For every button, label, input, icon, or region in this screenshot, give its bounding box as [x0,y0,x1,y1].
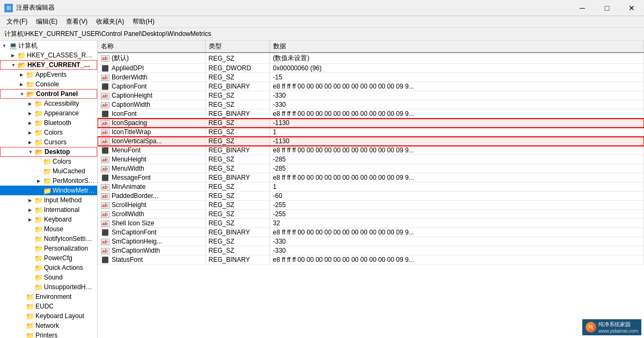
expand-arrow[interactable]: ▶ [17,80,26,89]
table-row[interactable]: ⬛CaptionFontREG_BINARYe8 ff ff ff 00 00 … [98,82,644,91]
tree-node-network[interactable]: ▶📁Network [0,321,97,330]
tree-node-notifyicon[interactable]: ▶📁NotifyIconSettings [0,234,97,244]
tree-node-personalization[interactable]: ▶📁Personalization [0,244,97,253]
table-row[interactable]: abIconSpacingREG_SZ-1130 [98,119,644,128]
expand-arrow[interactable]: ▶ [26,205,34,214]
table-row[interactable]: abCaptionWidthREG_SZ-330 [98,100,644,109]
tree-node-permonitor[interactable]: ▶📁PerMonitorSettings [0,176,97,186]
tree-node-desktop[interactable]: ▼📂Desktop [0,147,97,157]
type-icon: ab [101,248,109,254]
menu-item[interactable]: 收藏夹(A) [92,16,128,27]
tree-node-appearance[interactable]: ▶📁Appearance [0,108,97,118]
expand-arrow[interactable]: ▶ [26,215,34,224]
tree-label: AppEvents [35,71,67,78]
expand-arrow[interactable]: ▶ [26,119,34,127]
tree-node-mouse[interactable]: ▶📁Mouse [0,224,97,234]
reg-name: abMenuHeight [98,155,205,164]
reg-name-text: BorderWidth [112,74,148,81]
right-panel[interactable]: 名称 类型 数据 ab(默认)REG_SZ(数值未设置)⬛AppliedDPIR… [98,41,644,338]
reg-type: REG_SZ [205,164,269,173]
folder-icon: 📁 [26,293,34,301]
close-button[interactable]: ✕ [619,0,644,16]
maximize-button[interactable]: □ [595,0,619,16]
table-row[interactable]: ⬛MessageFontREG_BINARYe8 ff ff ff 00 00 … [98,173,644,182]
table-row[interactable]: abIconTitleWrapREG_SZ1 [98,128,644,137]
reg-data: -285 [269,155,644,164]
table-row[interactable]: abMenuHeightREG_SZ-285 [98,155,644,164]
expand-arrow[interactable]: ▶ [26,196,34,204]
expand-arrow[interactable]: ▶ [9,51,17,60]
tree-node-computer[interactable]: ▼💻计算机 [0,41,97,50]
reg-name-text: ScrollWidth [112,210,144,218]
tree-node-colors[interactable]: ▶📁Colors [0,128,97,137]
tree-node-hkcu[interactable]: ▼📂HKEY_CURRENT_USER [0,60,97,70]
tree-node-inputmethod[interactable]: ▶📁Input Method [0,195,97,205]
tree-panel[interactable]: ▼💻计算机▶📁HKEY_CLASSES_ROOT▼📂HKEY_CURRENT_U… [0,41,98,338]
tree-label: NotifyIconSettings [44,235,95,243]
expand-arrow[interactable]: ▼ [0,41,9,50]
tree-node-console[interactable]: ▶📁Console [0,79,97,89]
type-icon: ab [101,211,109,218]
menu-item[interactable]: 帮助(H) [128,16,159,27]
tree-node-powercfg[interactable]: ▶📁PowerCfg [0,253,97,263]
tree-node-unsupported[interactable]: ▶📁UnsupportedHardware [0,282,97,292]
watermark-text: 纯净系统家园 www.yidaimei.com [598,321,638,334]
tree-node-kblayout[interactable]: ▶📁Keyboard Layout [0,311,97,321]
menu-item[interactable]: 文件(F) [2,16,32,27]
table-row[interactable]: ⬛SmCaptionFontREG_BINARYe8 ff ff ff 00 0… [98,228,644,237]
tree-node-muicached[interactable]: ▶📁MuiCached [0,166,97,176]
expand-arrow[interactable]: ▶ [34,177,43,185]
address-bar: 计算机\HKEY_CURRENT_USER\Control Panel\Desk… [0,28,644,41]
table-row[interactable]: abScrollHeightREG_SZ-255 [98,201,644,210]
expand-arrow[interactable]: ▼ [18,90,26,98]
table-row[interactable]: abShell Icon SizeREG_SZ32 [98,219,644,228]
menu-item[interactable]: 查看(V) [62,16,92,27]
tree-label: WindowMetrics [53,187,95,194]
folder-icon: 📁 [34,109,43,117]
expand-arrow[interactable]: ▶ [17,70,26,79]
table-row[interactable]: abScrollWidthREG_SZ-255 [98,210,644,219]
minimize-button[interactable]: ─ [570,0,595,16]
tree-node-keyboard[interactable]: ▶📁Keyboard [0,215,97,224]
table-row[interactable]: abMenuWidthREG_SZ-285 [98,164,644,173]
table-row[interactable]: abSmCaptionWidthREG_SZ-330 [98,246,644,255]
table-row[interactable]: abIconVerticalSpa...REG_SZ-1130 [98,137,644,146]
folder-icon: 📁 [34,119,43,127]
expand-arrow[interactable]: ▶ [26,109,34,117]
expand-arrow[interactable]: ▶ [26,138,34,146]
tree-node-deskcolors[interactable]: ▶📁Colors [0,157,97,166]
folder-icon: 📁 [43,158,52,166]
tree-node-printers[interactable]: ▶📁Printers [0,330,97,338]
table-row[interactable]: abMinAnimateREG_SZ1 [98,182,644,192]
tree-node-cursors[interactable]: ▶📁Cursors [0,137,97,147]
table-row[interactable]: abPaddedBorder...REG_SZ-60 [98,192,644,201]
table-row[interactable]: ⬛StatusFontREG_BINARYe8 ff ff ff 00 00 0… [98,255,644,264]
folder-icon: 📁 [26,303,34,311]
reg-name: abSmCaptionHeig... [98,237,205,246]
tree-node-accessibility[interactable]: ▶📁Accessibility [0,99,97,108]
tree-node-controlpanel[interactable]: ▼📂Control Panel [0,89,97,99]
tree-node-international[interactable]: ▶📁International [0,205,97,215]
tree-node-quickactions[interactable]: ▶📁Quick Actions [0,263,97,273]
table-row[interactable]: ⬛AppliedDPIREG_DWORD0x00000060 (96) [98,64,644,73]
table-row[interactable]: abBorderWidthREG_SZ-15 [98,73,644,82]
expand-arrow[interactable]: ▼ [26,148,35,156]
tree-node-appevents[interactable]: ▶📁AppEvents [0,70,97,79]
table-row[interactable]: abSmCaptionHeig...REG_SZ-330 [98,237,644,246]
expand-arrow[interactable]: ▶ [26,99,34,108]
menu-item[interactable]: 编辑(E) [32,16,62,27]
expand-arrow[interactable]: ▼ [9,61,18,69]
reg-name-text: IconSpacing [112,119,147,127]
tree-node-hkcr[interactable]: ▶📁HKEY_CLASSES_ROOT [0,50,97,60]
tree-node-eudc[interactable]: ▶📁EUDC [0,302,97,311]
tree-label: 计算机 [18,41,38,50]
table-row[interactable]: ⬛MenuFontREG_BINARYe8 ff ff ff 00 00 00 … [98,146,644,155]
expand-arrow[interactable]: ▶ [26,128,34,137]
table-row[interactable]: ab(默认)REG_SZ(数值未设置) [98,53,644,64]
tree-node-bluetooth[interactable]: ▶📁Bluetooth [0,118,97,128]
tree-node-windowmetrics[interactable]: ▶📁WindowMetrics [0,186,97,195]
table-row[interactable]: ⬛IconFontREG_BINARYe8 ff ff ff 00 00 00 … [98,109,644,119]
table-row[interactable]: abCaptionHeightREG_SZ-330 [98,91,644,100]
tree-node-sound[interactable]: ▶📁Sound [0,273,97,282]
tree-node-environment[interactable]: ▶📁Environment [0,292,97,302]
